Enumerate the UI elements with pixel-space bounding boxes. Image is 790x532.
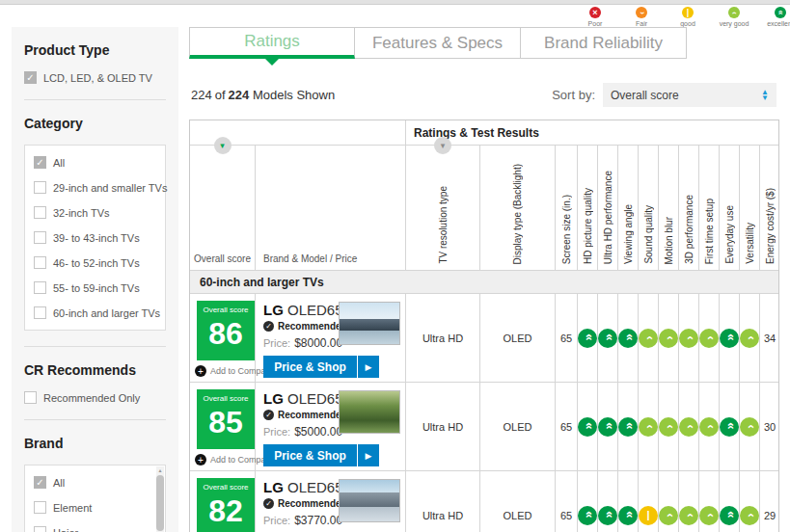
excellent-rating-icon: » xyxy=(618,417,638,437)
display-type-cell-value: OLED xyxy=(504,510,532,521)
category-option-32-inch-tvs[interactable]: 32-inch TVs xyxy=(34,206,156,219)
category-option-60-inch-and-larger-tvs[interactable]: 60-inch and larger TVs xyxy=(34,306,156,319)
sort-by-control: Sort by: Overall score ▲▼ xyxy=(552,83,776,107)
product-thumbnail-city-skyline[interactable] xyxy=(339,302,400,345)
rating-cell: » xyxy=(578,294,598,382)
rating-cell: » xyxy=(598,471,618,532)
tab-brand-reliability[interactable]: Brand Reliability xyxy=(521,27,687,59)
excellent-rating-icon: » xyxy=(578,417,597,437)
brand-scrollbar-up-icon[interactable]: ▴ xyxy=(156,466,164,473)
rating-cell: › xyxy=(639,383,659,470)
rotated-column-label: 3D performance xyxy=(684,195,695,264)
checkbox-label: All xyxy=(53,157,65,169)
category-option-all[interactable]: ✓All xyxy=(34,156,156,169)
column-header-overall-score[interactable]: ▾Overall score xyxy=(190,146,256,270)
overall-score-badge[interactable]: Overall score82 xyxy=(197,478,255,532)
column-header-motion-blur[interactable]: Motion blur xyxy=(659,146,679,270)
column-header-sound-quality[interactable]: Sound quality xyxy=(639,146,659,270)
very-good-rating-icon: › xyxy=(659,417,678,437)
resolution-sort-icon[interactable]: ▾ xyxy=(434,137,451,154)
display-type-cell-value: OLED xyxy=(504,421,532,433)
column-header-3d-performance[interactable]: 3D performance xyxy=(679,146,699,270)
display-type-cell: OLED xyxy=(480,294,556,382)
product-thumbnail-city-day[interactable] xyxy=(339,479,400,522)
unchecked-checkbox-icon[interactable] xyxy=(24,391,37,404)
category-option-39-to-43-inch-tvs[interactable]: 39- to 43-inch TVs xyxy=(34,231,156,244)
rotated-column-label: First time setup xyxy=(704,199,715,264)
column-header-screen-size-in[interactable]: Screen size (in.) xyxy=(556,146,578,270)
category-option-29-inch-and-smaller-tvs[interactable]: 29-inch and smaller TVs xyxy=(34,181,156,194)
display-type-cell-value: OLED xyxy=(504,332,532,344)
column-header-hd-picture-quality[interactable]: HD picture quality xyxy=(578,146,598,270)
brand-option-element[interactable]: Element xyxy=(34,501,156,514)
column-header-viewing-angle[interactable]: Viewing angle xyxy=(618,146,639,270)
unchecked-checkbox-icon[interactable] xyxy=(34,231,46,244)
recommended-check-icon: ✓ xyxy=(263,410,274,420)
rating-cell: » xyxy=(598,294,618,382)
checked-checkbox-icon[interactable]: ✓ xyxy=(24,71,37,84)
category-option-55-to-59-inch-tvs[interactable]: 55- to 59-inch TVs xyxy=(34,281,156,294)
rating-cell: › xyxy=(699,294,720,382)
tab-ratings[interactable]: Ratings xyxy=(189,27,355,59)
ratings-table: Ratings & Test Results ▾Overall scoreBra… xyxy=(189,120,779,532)
excellent-rating-icon: » xyxy=(598,506,617,525)
very-good-rating-icon: › xyxy=(740,417,759,437)
unchecked-checkbox-icon[interactable] xyxy=(34,306,46,319)
energy-cost-value: 30 xyxy=(764,421,776,433)
very-good-rating-icon: › xyxy=(679,506,698,525)
product-thumbnail-green-landscape[interactable] xyxy=(339,390,400,434)
checked-checkbox-icon[interactable]: ✓ xyxy=(34,476,46,489)
very-good-rating-icon: › xyxy=(639,329,658,348)
brand-scrollbar-thumb[interactable] xyxy=(156,475,164,531)
brand-model-cell: LG OLED65E6P✓RecommendedPrice:$5000.00Pr… xyxy=(256,383,406,470)
price-and-shop-button[interactable]: Price & Shop▶ xyxy=(263,356,379,378)
column-header-everyday-use[interactable]: Everyday use xyxy=(720,146,740,270)
tab-features-specs[interactable]: Features & Specs xyxy=(355,27,521,59)
overall-score-sort-icon[interactable]: ▾ xyxy=(214,137,232,154)
unchecked-checkbox-icon[interactable] xyxy=(34,501,46,514)
unchecked-checkbox-icon[interactable] xyxy=(34,256,46,269)
screen-size-cell: 65 xyxy=(556,471,578,532)
price-and-shop-button[interactable]: Price & Shop▶ xyxy=(263,444,379,466)
column-header-ultra-hd-performance[interactable]: Ultra HD performance xyxy=(598,146,618,270)
cr-recommends-option-recommended-only[interactable]: Recommended Only xyxy=(24,391,166,404)
unchecked-checkbox-icon[interactable] xyxy=(34,181,46,194)
sort-arrows-icon: ▲▼ xyxy=(761,90,769,101)
size-section-header: 60-inch and larger TVs xyxy=(190,271,778,294)
rating-glyph: » xyxy=(621,423,634,429)
column-header-display-type-backlight[interactable]: Display type (Backlight) xyxy=(480,146,556,270)
rating-cell: › xyxy=(659,294,679,382)
tab-ratings-label: Ratings xyxy=(244,32,300,51)
rating-glyph: › xyxy=(744,424,756,428)
product-type-option-lcd-led-oled-tv[interactable]: ✓LCD, LED, & OLED TV xyxy=(24,71,166,84)
sort-dropdown[interactable]: Overall score ▲▼ xyxy=(603,83,776,107)
rotated-column-label: Display type (Backlight) xyxy=(512,164,523,264)
recommended-check-icon: ✓ xyxy=(263,321,274,332)
models-of-text: of xyxy=(215,88,226,102)
models-shown-value: 224 xyxy=(191,88,212,102)
column-header-tv-resolution-type[interactable]: ▾TV resolution type xyxy=(406,146,480,270)
sort-dropdown-value: Overall score xyxy=(611,89,761,102)
brand-option-all[interactable]: ✓All xyxy=(34,476,156,489)
rating-glyph: » xyxy=(581,334,593,340)
rating-cell: » xyxy=(720,294,740,382)
category-option-46-to-52-inch-tvs[interactable]: 46- to 52-inch TVs xyxy=(34,256,156,269)
overall-score-badge[interactable]: Overall score86 xyxy=(197,301,255,360)
rating-glyph: » xyxy=(601,334,613,340)
score-value: 82 xyxy=(208,492,243,530)
rating-cell: › xyxy=(659,383,679,470)
unchecked-checkbox-icon[interactable] xyxy=(34,526,46,532)
column-header-first-time-setup[interactable]: First time setup xyxy=(699,146,720,270)
overall-score-badge[interactable]: Overall score85 xyxy=(197,389,255,449)
brand-option-haier[interactable]: Haier xyxy=(34,526,156,532)
very-good-rating-icon: › xyxy=(679,329,698,348)
rating-cell: » xyxy=(618,383,639,470)
column-header-energy-cost-yr[interactable]: Energy cost/yr ($) xyxy=(760,146,779,270)
checked-checkbox-icon[interactable]: ✓ xyxy=(34,156,46,169)
unchecked-checkbox-icon[interactable] xyxy=(34,281,46,294)
very-good-rating-icon: › xyxy=(699,329,719,348)
column-header-versatility[interactable]: Versatility xyxy=(740,146,760,270)
sidebar-divider xyxy=(24,346,166,347)
unchecked-checkbox-icon[interactable] xyxy=(34,206,46,219)
rating-cell: » xyxy=(578,383,598,470)
